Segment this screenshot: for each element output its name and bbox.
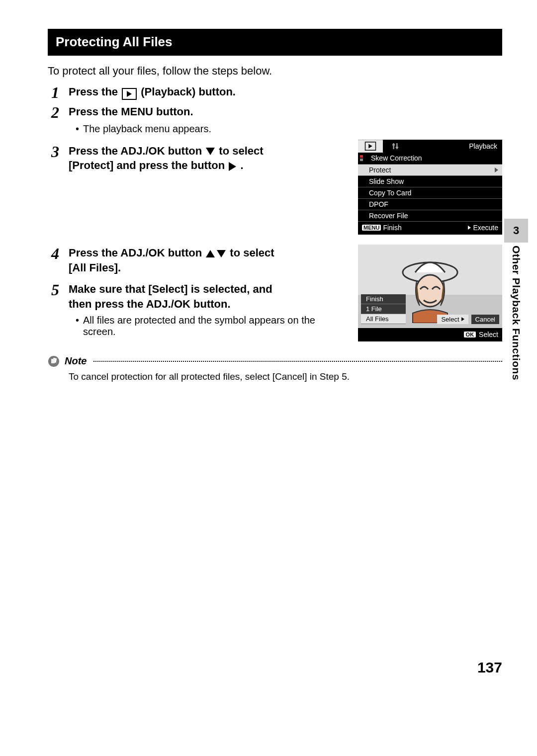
protect-action: Cancel	[471, 315, 499, 324]
page-number: 137	[477, 659, 502, 676]
note-text: To cancel protection for all protected f…	[69, 371, 387, 382]
step-5: 5 Make sure that [Select] is selected, a…	[48, 282, 349, 337]
menu-item: Recover File	[358, 210, 502, 222]
protect-option: 1 File	[361, 304, 406, 314]
playback-tab-icon	[358, 140, 383, 153]
right-triangle-icon	[229, 162, 236, 171]
protect-footer-hint: OK Select	[358, 328, 502, 341]
step-number: 4	[48, 246, 63, 261]
playback-menu-screenshot: Playback Skew Correction Protect Slide S…	[358, 140, 502, 235]
svg-rect-4	[360, 155, 363, 158]
step-title: Press the (Playback) button.	[69, 84, 417, 100]
step-number: 1	[48, 84, 63, 100]
menu-finish-hint: MENU Finish	[362, 224, 402, 232]
svg-rect-5	[360, 159, 363, 161]
playback-tab-label: Playback	[408, 140, 502, 153]
menu-item: DPOF	[358, 199, 502, 210]
note-icon	[48, 355, 60, 367]
menu-item: Slide Show	[358, 176, 502, 187]
section-header: Protecting All Files	[48, 29, 502, 56]
step-title: Press the ADJ./OK button to select [All …	[69, 246, 287, 275]
protect-action-selected: Select	[437, 315, 468, 324]
note-label: Note	[65, 355, 87, 367]
step-2-bullet: •The playback menu appears.	[76, 123, 502, 135]
step-number: 2	[48, 104, 63, 120]
down-triangle-icon	[217, 250, 226, 257]
svg-rect-3	[396, 147, 398, 148]
menu-item-selected: Protect	[358, 165, 502, 176]
up-triangle-icon	[206, 250, 215, 257]
playback-icon	[122, 88, 137, 100]
note-heading: Note	[48, 355, 502, 367]
protect-option-list: Finish 1 File All Files	[361, 294, 406, 324]
step-number: 3	[48, 144, 63, 160]
chapter-side-tab: 3 Other Playback Functions	[504, 219, 528, 380]
setup-tab-icon	[383, 140, 408, 153]
menu-execute-hint: Execute	[468, 224, 498, 232]
down-triangle-icon	[206, 148, 215, 155]
step-title: Press the ADJ./OK button to select [Prot…	[69, 144, 287, 173]
protect-options-screenshot: Finish 1 File All Files Select Cancel OK	[358, 245, 502, 341]
step-1: 1 Press the (Playback) button.	[48, 84, 502, 100]
section-title: Protecting All Files	[56, 34, 173, 49]
right-triangle-icon	[461, 317, 464, 321]
step-4: 4 Press the ADJ./OK button to select [Al…	[48, 246, 349, 275]
svg-rect-2	[392, 144, 395, 145]
step-title: Press the MENU button.	[69, 104, 417, 119]
step-number: 5	[48, 282, 63, 298]
note-divider	[93, 361, 502, 362]
step-5-bullet: •All files are protected and the symbol …	[76, 315, 349, 337]
menu-item: Skew Correction	[358, 153, 502, 165]
chapter-label: Other Playback Functions	[510, 246, 522, 380]
step-2: 2 Press the MENU button. •The playback m…	[48, 104, 502, 135]
svg-rect-0	[393, 143, 394, 149]
svg-rect-1	[396, 143, 397, 149]
svg-rect-10	[51, 359, 55, 363]
protect-option: Finish	[361, 294, 406, 304]
svg-point-7	[416, 275, 444, 307]
step-3: 3 Press the ADJ./OK button to select [Pr…	[48, 144, 349, 173]
menu-item: Copy To Card	[358, 187, 502, 199]
protect-action-row: Select Cancel	[437, 315, 499, 324]
step-title: Make sure that [Select] is selected, and…	[69, 282, 287, 311]
intro-text: To protect all your files, follow the st…	[48, 64, 502, 79]
protect-option-selected: All Files	[361, 314, 406, 324]
chapter-number: 3	[504, 219, 528, 243]
